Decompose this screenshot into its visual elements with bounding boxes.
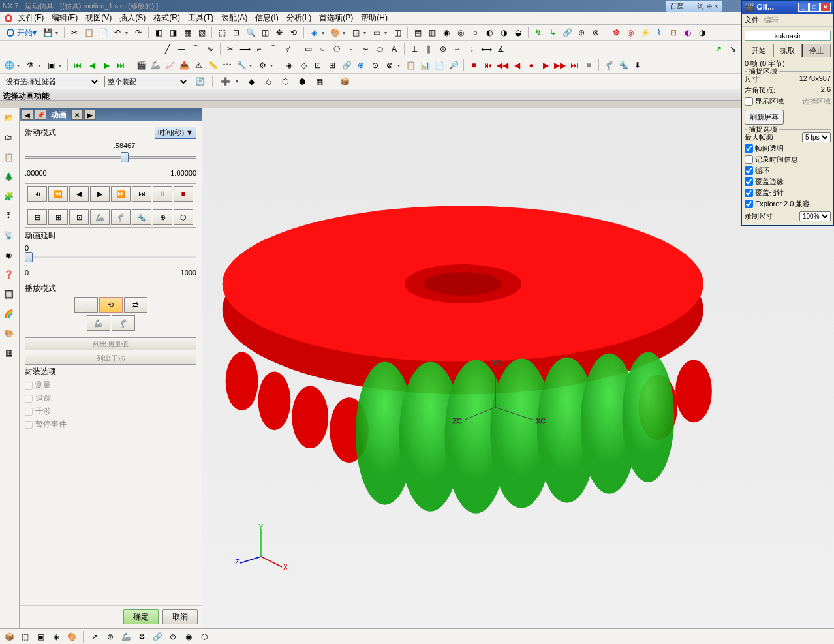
tool-icon[interactable]: ◧ <box>152 26 165 39</box>
menu-analysis[interactable]: 分析(L) <box>283 11 316 25</box>
joint-icon[interactable]: ⊕ <box>354 59 367 72</box>
wcs-icon[interactable]: ↳ <box>546 26 559 39</box>
axis-icon[interactable]: ↗ <box>712 42 725 55</box>
box-icon[interactable]: 📦 <box>338 75 351 88</box>
status-icon[interactable]: ⬚ <box>18 630 31 643</box>
maximize-icon[interactable]: □ <box>809 3 820 12</box>
rew-icon[interactable]: ◀◀ <box>496 59 509 72</box>
zoom-window-icon[interactable]: ◫ <box>258 26 271 39</box>
contact-icon[interactable]: ◐ <box>681 26 694 39</box>
add-icon[interactable]: ➕ <box>219 75 232 88</box>
obj-icon[interactable]: ◎ <box>454 26 467 39</box>
gif-chk-time[interactable]: 记录时间信息 <box>745 155 831 164</box>
last-button[interactable]: ⏭ <box>132 186 151 202</box>
nav-icon[interactable]: 📂 <box>1 111 16 125</box>
cancel-button[interactable]: 取消 <box>162 609 198 624</box>
spline-icon[interactable]: ∼ <box>359 42 372 55</box>
gif-chk-trans[interactable]: 帧间透明 <box>745 144 831 153</box>
solver-icon[interactable]: ⚗ <box>23 59 37 72</box>
status-icon[interactable]: 🦾 <box>119 630 132 643</box>
axis-icon[interactable]: ↘ <box>726 42 739 55</box>
contact-icon[interactable]: ◑ <box>696 26 709 39</box>
list-interf-button[interactable]: 列出干涉 <box>25 352 196 365</box>
mode-button[interactable]: 🔩 <box>132 209 151 225</box>
extend-icon[interactable]: ⟶ <box>238 42 251 55</box>
copy-icon[interactable]: 📋 <box>82 26 95 39</box>
menu-prefs[interactable]: 首选项(P) <box>315 11 357 25</box>
measure-icon[interactable]: 📏 <box>206 59 219 72</box>
body-icon[interactable]: ⬢ <box>296 75 309 88</box>
gif-refresh-button[interactable]: 刷新屏幕 <box>745 110 784 125</box>
list-measure-button[interactable]: 列出测量值 <box>25 337 196 350</box>
zoom-icon[interactable]: 🔍 <box>244 26 257 39</box>
play-last-icon[interactable]: ⏭ <box>114 59 127 72</box>
chk-pause[interactable]: 暂停事件 <box>25 419 196 430</box>
constr-icon[interactable]: ∥ <box>422 42 435 55</box>
wcs-icon[interactable]: ↯ <box>532 26 545 39</box>
first-button[interactable]: ⏮ <box>27 186 47 202</box>
status-icon[interactable]: 🔗 <box>151 630 164 643</box>
constr-icon[interactable]: ◇ <box>297 59 310 72</box>
nav-icon[interactable]: ◉ <box>1 248 16 262</box>
nav-icon[interactable]: 🎛 <box>1 209 16 223</box>
delay-slider[interactable] <box>25 256 196 258</box>
menu-view[interactable]: 视图(V) <box>82 11 116 25</box>
text-icon[interactable]: A <box>388 42 401 55</box>
env-icon[interactable]: 🌐 <box>3 59 16 72</box>
paste-icon[interactable]: 📄 <box>97 26 110 39</box>
body-icon[interactable]: ▦ <box>313 75 326 88</box>
search-floater[interactable]: 百度 词 ⊕ × <box>665 0 723 12</box>
status-icon[interactable]: ◈ <box>50 630 63 643</box>
nav-icon[interactable]: 🌲 <box>1 170 16 184</box>
ok-button[interactable]: 确定 <box>123 609 159 624</box>
menu-format[interactable]: 格式(R) <box>149 11 184 25</box>
gif-menu-edit[interactable]: 编辑 <box>764 15 779 25</box>
mode-button[interactable]: 🦿 <box>111 209 131 225</box>
coupler-icon[interactable]: ⊗ <box>383 59 396 72</box>
report-icon[interactable]: 📄 <box>433 59 446 72</box>
status-icon[interactable]: ⬡ <box>198 630 211 643</box>
play-rev-button[interactable]: ◀ <box>69 186 89 202</box>
ff-last-icon[interactable]: ⏭ <box>568 59 581 72</box>
slider-thumb[interactable] <box>121 152 129 162</box>
stop-icon[interactable]: ■ <box>467 59 480 72</box>
artic-button[interactable]: 🦾 <box>87 315 110 331</box>
start-button[interactable]: 开始▾ <box>3 26 40 39</box>
settings-icon[interactable]: ⚙ <box>256 59 269 72</box>
panel-close[interactable]: ✕ <box>71 110 83 120</box>
gif-name-input[interactable] <box>745 31 831 41</box>
filter-select-1[interactable]: 没有选择过滤器 <box>3 76 100 87</box>
panel-pin[interactable]: 📌 <box>35 110 46 120</box>
mode-button[interactable]: ⊟ <box>27 209 47 225</box>
gear-icon[interactable]: ⚙ <box>610 26 623 39</box>
gif-menu-file[interactable]: 文件 <box>745 15 759 25</box>
status-icon[interactable]: 🎨 <box>65 630 78 643</box>
playmode-once[interactable]: → <box>74 297 98 313</box>
nav-icon[interactable]: 🧩 <box>1 189 16 204</box>
gif-chk-explorer[interactable]: Explorer 2.0 兼容 <box>745 199 831 209</box>
report-icon[interactable]: 📋 <box>404 59 417 72</box>
report-icon[interactable]: 🔎 <box>447 59 460 72</box>
pan-icon[interactable]: ✥ <box>273 26 286 39</box>
gif-grab-button[interactable]: 抓取 <box>773 44 802 57</box>
corner-icon[interactable]: ⌐ <box>253 42 266 55</box>
play-next-icon[interactable]: ▶ <box>100 59 113 72</box>
damper-icon[interactable]: ⊟ <box>667 26 680 39</box>
constr-icon[interactable]: ⊙ <box>437 42 450 55</box>
constr-icon[interactable]: ↔ <box>451 42 464 55</box>
anim-icon[interactable]: 🎬 <box>134 59 147 72</box>
constraint-icon[interactable]: ⊗ <box>589 26 602 39</box>
fillet-icon[interactable]: ⌒ <box>267 42 280 55</box>
body-icon[interactable]: ▣ <box>44 59 57 72</box>
panel-prev[interactable]: ◀ <box>22 110 33 120</box>
chk-measure[interactable]: 测量 <box>25 380 196 391</box>
ellipse-icon[interactable]: ⬭ <box>373 42 386 55</box>
constr-icon[interactable]: ↕ <box>465 42 478 55</box>
menu-edit[interactable]: 编辑(E) <box>48 11 82 25</box>
panel-next[interactable]: ▶ <box>84 110 96 120</box>
nav-icon[interactable]: 🗂 <box>1 130 16 145</box>
minimize-icon[interactable]: _ <box>798 3 809 12</box>
constr-icon[interactable]: ⊡ <box>311 59 324 72</box>
play-rev-icon[interactable]: ◀ <box>510 59 523 72</box>
artic-icon[interactable]: 🦿 <box>602 59 615 72</box>
